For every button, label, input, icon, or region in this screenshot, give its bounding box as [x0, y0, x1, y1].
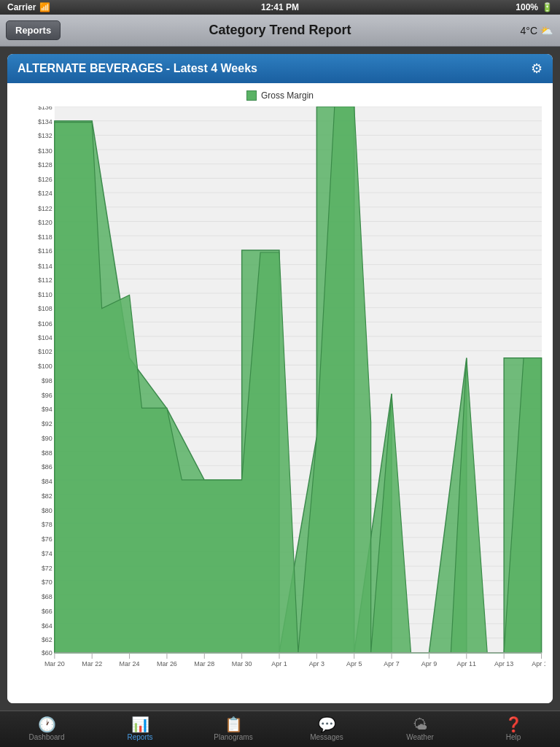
svg-text:$132: $132	[38, 132, 52, 139]
svg-text:$136: $136	[38, 107, 52, 111]
tab-dashboard[interactable]: 🕐 Dashboard	[0, 711, 93, 747]
dashboard-icon: 🕐	[38, 717, 56, 732]
svg-text:$94: $94	[42, 406, 52, 413]
svg-text:$118: $118	[38, 233, 52, 240]
svg-text:$124: $124	[38, 190, 52, 197]
weather-icon: ⛅	[540, 25, 553, 36]
svg-text:$88: $88	[42, 449, 52, 457]
main-content: ALTERNATE BEVERAGES - Latest 4 Weeks ⚙ G…	[0, 47, 560, 711]
battery-label: 100%	[516, 2, 538, 12]
svg-text:$106: $106	[38, 320, 52, 327]
svg-text:Apr 9: Apr 9	[421, 660, 437, 667]
battery-icon: 🔋	[542, 2, 553, 12]
messages-icon: 💬	[318, 717, 336, 732]
reports-icon: 📊	[131, 717, 149, 732]
svg-text:$100: $100	[38, 363, 52, 370]
svg-text:$92: $92	[42, 420, 52, 427]
card-header: ALTERNATE BEVERAGES - Latest 4 Weeks ⚙	[7, 54, 553, 83]
legend-color-box	[246, 90, 257, 101]
svg-text:$66: $66	[42, 608, 52, 615]
svg-text:$90: $90	[42, 435, 52, 442]
weather-tab-icon: 🌤	[413, 717, 427, 732]
svg-text:$108: $108	[38, 305, 52, 312]
svg-text:Mar 24: Mar 24	[120, 660, 140, 667]
svg-text:Apr 1: Apr 1	[271, 660, 287, 667]
svg-text:Apr 5: Apr 5	[346, 660, 362, 667]
tab-help-label: Help	[506, 733, 521, 741]
reports-back-button[interactable]: Reports	[6, 20, 61, 40]
svg-text:$64: $64	[42, 622, 52, 630]
svg-text:$72: $72	[42, 565, 52, 572]
status-bar: Carrier 📶 12:41 PM 100% 🔋	[0, 0, 560, 15]
carrier-label: Carrier	[7, 2, 36, 12]
chart-svg: $136 $134 $132 $130 $128 $126 $124 $122 …	[15, 107, 545, 690]
svg-text:$86: $86	[42, 463, 52, 471]
chart-area: Gross Margin	[7, 83, 553, 703]
tab-dashboard-label: Dashboard	[29, 733, 65, 741]
weather-widget: 4°C ⛅	[521, 25, 553, 36]
svg-text:$70: $70	[42, 578, 52, 586]
tab-weather-label: Weather	[406, 733, 434, 741]
svg-text:$104: $104	[38, 334, 52, 341]
legend-label: Gross Margin	[261, 90, 314, 101]
svg-text:$116: $116	[38, 247, 52, 255]
chart-legend: Gross Margin	[7, 90, 553, 101]
svg-text:$102: $102	[38, 348, 52, 355]
tab-messages-label: Messages	[310, 733, 343, 741]
tab-weather[interactable]: 🌤 Weather	[373, 711, 467, 747]
tab-bar: 🕐 Dashboard 📊 Reports 📋 Planograms 💬 Mes…	[0, 711, 560, 747]
svg-text:$68: $68	[42, 593, 52, 600]
nav-title: Category Trend Report	[209, 23, 351, 38]
svg-text:$78: $78	[42, 521, 52, 528]
svg-text:$76: $76	[42, 535, 52, 543]
chart-card: ALTERNATE BEVERAGES - Latest 4 Weeks ⚙ G…	[7, 54, 553, 703]
tab-reports-label: Reports	[127, 733, 152, 741]
svg-text:Apr 7: Apr 7	[384, 660, 399, 667]
card-title: ALTERNATE BEVERAGES - Latest 4 Weeks	[18, 62, 257, 75]
svg-text:Mar 22: Mar 22	[82, 660, 102, 667]
wifi-icon: 📶	[39, 2, 50, 12]
svg-text:$98: $98	[42, 377, 52, 384]
tab-planograms[interactable]: 📋 Planograms	[187, 711, 280, 747]
svg-text:Mar 30: Mar 30	[232, 660, 252, 667]
svg-text:$112: $112	[38, 276, 52, 284]
svg-text:Mar 26: Mar 26	[157, 660, 177, 667]
svg-text:$128: $128	[38, 161, 52, 169]
svg-text:$84: $84	[42, 478, 52, 485]
svg-text:$114: $114	[38, 262, 52, 269]
status-right: 100% 🔋	[516, 2, 553, 12]
tab-planograms-label: Planograms	[214, 733, 252, 741]
svg-text:$130: $130	[38, 147, 52, 154]
chart-container: $136 $134 $132 $130 $128 $126 $124 $122 …	[15, 107, 545, 690]
svg-text:Apr 11: Apr 11	[457, 660, 476, 667]
planograms-icon: 📋	[225, 717, 243, 732]
svg-text:$82: $82	[42, 492, 52, 500]
nav-bar: Reports Category Trend Report 4°C ⛅	[0, 15, 560, 47]
status-left: Carrier 📶	[7, 2, 50, 12]
temperature-label: 4°C	[521, 25, 538, 36]
svg-text:$62: $62	[42, 636, 52, 643]
svg-text:Mar 20: Mar 20	[44, 660, 65, 667]
tab-help[interactable]: ❓ Help	[467, 711, 560, 747]
svg-text:$122: $122	[38, 204, 52, 212]
svg-text:$96: $96	[42, 392, 52, 399]
tab-reports[interactable]: 📊 Reports	[93, 711, 187, 747]
svg-text:$126: $126	[38, 175, 52, 182]
settings-icon[interactable]: ⚙	[531, 61, 542, 77]
tab-messages[interactable]: 💬 Messages	[280, 711, 373, 747]
svg-text:Apr 13: Apr 13	[494, 660, 513, 667]
svg-text:Apr 15: Apr 15	[532, 660, 545, 667]
svg-text:Mar 28: Mar 28	[194, 660, 214, 667]
svg-text:$74: $74	[42, 550, 52, 557]
svg-text:$60: $60	[42, 649, 52, 657]
svg-text:Apr 3: Apr 3	[309, 660, 324, 667]
help-icon: ❓	[505, 717, 523, 732]
svg-text:$110: $110	[38, 290, 52, 298]
svg-text:$134: $134	[38, 117, 52, 125]
svg-text:$120: $120	[38, 219, 52, 226]
status-time: 12:41 PM	[261, 2, 299, 12]
svg-text:$80: $80	[42, 507, 52, 514]
